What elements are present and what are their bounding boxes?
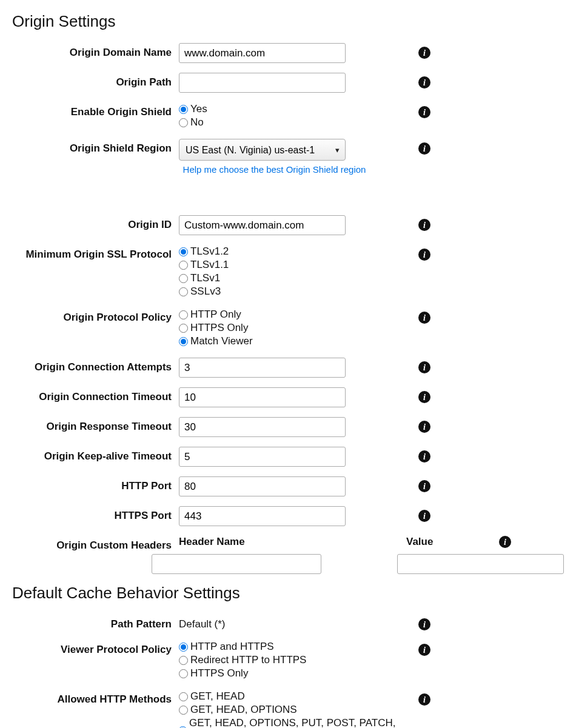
info-icon[interactable]: i	[418, 510, 430, 522]
svg-text:i: i	[423, 313, 426, 322]
svg-text:i: i	[504, 538, 506, 547]
label-enable-origin-shield: Enable Origin Shield	[12, 102, 179, 118]
radio-origin-shield-yes[interactable]	[179, 105, 188, 114]
input-origin-id[interactable]	[179, 215, 346, 235]
radio-label: HTTP Only	[190, 308, 241, 321]
radio-label: Redirect HTTP to HTTPS	[190, 653, 306, 667]
radio-viewer-https[interactable]	[179, 669, 188, 678]
svg-text:i: i	[423, 108, 426, 117]
info-icon[interactable]: i	[418, 219, 430, 231]
label-path-pattern: Path Pattern	[12, 615, 179, 630]
info-icon[interactable]: i	[418, 312, 430, 324]
info-icon[interactable]: i	[418, 391, 430, 403]
radio-label: TLSv1.2	[190, 245, 229, 258]
info-icon[interactable]: i	[418, 618, 430, 630]
label-http-port: HTTP Port	[12, 476, 179, 492]
radio-protocol-match[interactable]	[179, 337, 188, 346]
radio-label: GET, HEAD	[190, 690, 245, 703]
input-origin-domain-name[interactable]	[179, 43, 346, 63]
svg-text:i: i	[423, 452, 426, 461]
radio-methods-gho[interactable]	[179, 706, 188, 715]
section-title-cache: Default Cache Behavior Settings	[12, 584, 564, 603]
info-icon[interactable]: i	[418, 421, 430, 433]
radio-label: Yes	[190, 102, 207, 116]
svg-text:i: i	[423, 512, 426, 521]
radio-origin-shield-no[interactable]	[179, 118, 188, 127]
info-icon[interactable]: i	[418, 47, 430, 59]
radio-ssl-tls11[interactable]	[179, 261, 188, 270]
radio-label: HTTPS Only	[190, 667, 248, 680]
input-conn-timeout[interactable]	[179, 387, 346, 407]
value-path-pattern: Default (*)	[179, 615, 406, 630]
label-origin-id: Origin ID	[12, 215, 179, 231]
input-header-name[interactable]	[152, 554, 321, 574]
section-title-origin: Origin Settings	[12, 12, 564, 31]
label-resp-timeout: Origin Response Timeout	[12, 417, 179, 433]
link-help-shield-region[interactable]: Help me choose the best Origin Shield re…	[183, 164, 366, 175]
radio-label: HTTP and HTTPS	[190, 640, 274, 653]
radio-methods-all[interactable]	[179, 726, 187, 729]
radio-label: SSLv3	[190, 285, 221, 298]
radio-protocol-https[interactable]	[179, 324, 188, 333]
input-keepalive[interactable]	[179, 447, 346, 467]
radio-ssl-ssl3[interactable]	[179, 287, 188, 296]
info-icon[interactable]: i	[499, 536, 511, 548]
radio-label: Match Viewer	[190, 335, 253, 348]
svg-text:i: i	[423, 646, 426, 655]
label-custom-headers: Origin Custom Headers	[12, 536, 179, 552]
info-icon[interactable]: i	[418, 480, 430, 492]
info-icon[interactable]: i	[418, 106, 430, 118]
svg-text:i: i	[423, 422, 426, 432]
select-origin-shield-region[interactable]: US East (N. Viginia) us-east-1	[179, 139, 346, 161]
svg-text:i: i	[423, 144, 426, 153]
svg-text:i: i	[423, 78, 426, 87]
info-icon[interactable]: i	[418, 644, 430, 656]
input-http-port[interactable]	[179, 476, 346, 496]
label-conn-attempts: Origin Connection Attempts	[12, 358, 179, 373]
radio-label: GET, HEAD, OPTIONS	[190, 703, 297, 716]
input-https-port[interactable]	[179, 506, 346, 526]
input-conn-attempts[interactable]	[179, 358, 346, 378]
label-viewer-protocol: Viewer Protocol Policy	[12, 640, 179, 656]
svg-text:i: i	[423, 250, 426, 259]
svg-text:i: i	[423, 363, 426, 372]
label-origin-path: Origin Path	[12, 73, 179, 88]
radio-label: TLSv1.1	[190, 258, 229, 272]
radio-viewer-redirect[interactable]	[179, 656, 188, 665]
label-origin-protocol-policy: Origin Protocol Policy	[12, 308, 179, 324]
label-conn-timeout: Origin Connection Timeout	[12, 387, 179, 403]
label-origin-domain-name: Origin Domain Name	[12, 43, 179, 59]
radio-label: TLSv1	[190, 272, 220, 285]
label-header-name: Header Name	[179, 536, 245, 547]
info-icon[interactable]: i	[418, 361, 430, 373]
input-resp-timeout[interactable]	[179, 417, 346, 437]
label-keepalive: Origin Keep-alive Timeout	[12, 447, 179, 463]
info-icon[interactable]: i	[418, 450, 430, 463]
label-https-port: HTTPS Port	[12, 506, 179, 522]
radio-viewer-both[interactable]	[179, 643, 188, 652]
label-min-ssl: Minimum Origin SSL Protocol	[12, 245, 179, 261]
info-icon[interactable]: i	[418, 142, 430, 155]
svg-text:i: i	[423, 695, 426, 704]
info-icon[interactable]: i	[418, 76, 430, 88]
radio-ssl-tls12[interactable]	[179, 247, 188, 256]
label-allowed-methods: Allowed HTTP Methods	[12, 690, 179, 706]
info-icon[interactable]: i	[418, 693, 430, 706]
svg-text:i: i	[423, 482, 426, 491]
svg-text:i: i	[423, 620, 426, 629]
radio-methods-gh[interactable]	[179, 692, 188, 701]
svg-text:i: i	[423, 48, 426, 58]
info-icon[interactable]: i	[418, 249, 430, 261]
radio-protocol-http[interactable]	[179, 310, 188, 319]
radio-label: No	[190, 116, 204, 129]
radio-label: HTTPS Only	[190, 321, 248, 335]
input-header-value[interactable]	[397, 554, 564, 574]
input-origin-path[interactable]	[179, 73, 346, 93]
svg-text:i: i	[423, 393, 426, 402]
label-header-value: Value	[406, 536, 433, 548]
radio-ssl-tls1[interactable]	[179, 274, 188, 283]
svg-text:i: i	[423, 221, 426, 230]
radio-label: GET, HEAD, OPTIONS, PUT, POST, PATCH, DE…	[189, 716, 406, 728]
label-origin-shield-region: Origin Shield Region	[12, 139, 179, 155]
